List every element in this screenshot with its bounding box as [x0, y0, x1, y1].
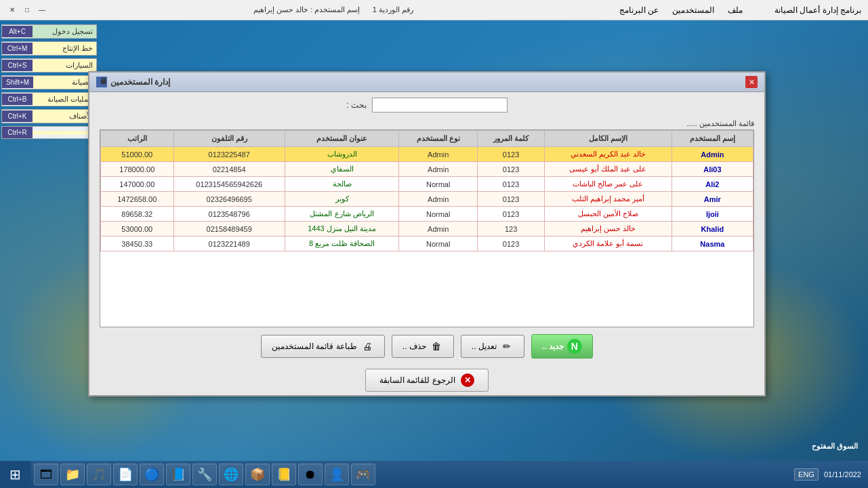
delete-button-label: حذف ..: [402, 342, 426, 351]
taskbar-app-notes[interactable]: 📒: [272, 464, 296, 485]
table-cell: على عمر صالح الباشات: [544, 177, 671, 192]
taskbar-app-package[interactable]: 📦: [245, 464, 270, 485]
edit-icon: ✏: [500, 340, 514, 353]
user-name: خالد حسن إبراهيم: [253, 5, 308, 14]
taskbar-app-user[interactable]: 👤: [325, 464, 349, 485]
taskbar-app-code[interactable]: 📘: [166, 464, 190, 485]
back-button[interactable]: ✕ الرجوع للقائمة السابقة: [365, 369, 489, 392]
search-area: بحث :: [89, 92, 764, 118]
menu-file[interactable]: ملف: [728, 5, 743, 15]
start-button[interactable]: ⊞: [0, 461, 30, 488]
new-button[interactable]: N جديد ..: [531, 334, 593, 359]
shortcut-maintenance-ops-key: Ctrl+B: [2, 94, 33, 105]
taskbar: ⊞ 🗔 📁 🎵 📄 🔵 📘 🔧 🌐 📦 📒 ⏺ 👤 🎮 ENG 01/11/20…: [0, 461, 868, 488]
table-row[interactable]: Amirأمير محمد إبراهيم التلب0123Adminكوبر…: [101, 192, 753, 207]
table-cell: Ijoii: [671, 207, 753, 222]
col-salary: الراتب: [101, 131, 174, 147]
table-cell: 02158489459: [173, 222, 285, 237]
shortcut-cars-key: Ctrl+S: [2, 60, 33, 71]
table-cell: Normal: [399, 237, 478, 251]
table-cell: 53000.00: [101, 222, 174, 237]
dialog-close-button[interactable]: ✕: [745, 76, 758, 88]
shortcut-items-key: Ctrl+K: [2, 110, 33, 122]
taskbar-date: 01/11/2022: [824, 470, 861, 479]
taskbar-app-word[interactable]: 📄: [113, 464, 138, 485]
table-cell: 0123: [478, 162, 545, 177]
shortcut-maintenance-label: الصيانة: [33, 76, 96, 89]
taskbar-app-game[interactable]: 🎮: [351, 464, 375, 485]
shortcut-items[interactable]: الأصناف Ctrl+K: [1, 109, 97, 123]
taskbar-app-record[interactable]: ⏺: [298, 464, 323, 485]
order-label: رقم الوردية: [379, 5, 413, 14]
table-cell: 0123221489: [173, 237, 285, 251]
window-close-button[interactable]: ✕: [7, 5, 18, 16]
taskbar-right: ENG 01/11/2022: [787, 468, 868, 481]
table-cell: 123: [478, 222, 545, 237]
table-cell: مدينة النيل منزل 1443: [285, 222, 398, 237]
taskbar-app-media[interactable]: 🎵: [87, 464, 111, 485]
taskbar-app-chrome[interactable]: 🌐: [219, 464, 243, 485]
taskbar-app-browser[interactable]: 🗔: [34, 464, 58, 485]
window-maximize-button[interactable]: □: [22, 5, 33, 16]
menu-users[interactable]: المستخدمين: [672, 5, 714, 15]
col-password: كلمة المرور: [478, 131, 545, 147]
back-button-label: الرجوع للقائمة السابقة: [379, 375, 455, 385]
table-cell: 51000.00: [101, 147, 174, 162]
table-row[interactable]: Nasmaنسمة أبو علامة الكردي0123Normalالصح…: [101, 237, 753, 251]
menu-about[interactable]: عن البرنامج: [619, 5, 659, 15]
table-cell: 147000.00: [101, 177, 174, 192]
table-cell: على عبد الملك أبو عيسى: [544, 162, 671, 177]
top-menu-items: عن البرنامج المستخدمين ملف برنامج إدارة …: [619, 5, 861, 15]
table-cell: Ali03: [671, 162, 753, 177]
users-table-container[interactable]: إسم المستخدم الإسم الكامل كلمة المرور نو…: [100, 129, 754, 327]
shortcut-extra[interactable]: Ctrl+R: [1, 126, 97, 139]
table-cell: Khalid: [671, 222, 753, 237]
dialog-title-icon: 🖥: [96, 77, 107, 87]
table-cell: 02214854: [173, 162, 285, 177]
shortcut-maintenance[interactable]: الصيانة Shift+M: [1, 75, 97, 89]
users-table: إسم المستخدم الإسم الكامل كلمة المرور نو…: [100, 130, 753, 251]
edit-button[interactable]: ✏ تعديل ..: [461, 335, 524, 358]
table-row[interactable]: Adminخالد عبد الكريم السعدني0123Adminالد…: [101, 147, 753, 162]
table-row[interactable]: Ali03على عبد الملك أبو عيسى0123Adminالسف…: [101, 162, 753, 177]
shortcut-production-key: Ctrl+M: [2, 43, 33, 54]
table-cell: الصحافة ظلت مربع 8: [285, 237, 398, 251]
shortcut-login[interactable]: تسجيل دخول Alt+C: [1, 24, 97, 39]
table-cell: الدروشاب: [285, 147, 398, 162]
shortcut-cars-label: السيارات: [33, 59, 96, 72]
table-row[interactable]: Ali2على عمر صالح الباشات0123Normalصالحة0…: [101, 177, 753, 192]
shortcut-cars[interactable]: السيارات Ctrl+S: [1, 58, 97, 73]
table-cell: 1472658.00: [101, 192, 174, 207]
table-cell: Normal: [399, 207, 478, 222]
shortcut-maintenance-key: Shift+M: [2, 77, 33, 88]
table-row[interactable]: Khalidخالد حسن إبراهيم123Adminمدينة الني…: [101, 222, 753, 237]
table-cell: 0123: [478, 177, 545, 192]
back-area: ✕ الرجوع للقائمة السابقة: [89, 365, 764, 395]
users-table-body: Adminخالد عبد الكريم السعدني0123Adminالد…: [101, 147, 753, 251]
taskbar-apps: 🗔 📁 🎵 📄 🔵 📘 🔧 🌐 📦 📒 ⏺ 👤 🎮: [30, 464, 787, 485]
shortcut-extra-label: [33, 131, 96, 135]
shortcut-production[interactable]: خط الإنتاج Ctrl+M: [1, 41, 97, 56]
delete-button[interactable]: 🗑 حذف ..: [392, 335, 454, 358]
buttons-area: N جديد .. ✏ تعديل .. 🗑 حذف .. 🖨 طباعة قا…: [89, 327, 764, 365]
taskbar-app-tool[interactable]: 🔧: [192, 464, 217, 485]
taskbar-app-blue[interactable]: 🔵: [140, 464, 164, 485]
search-input[interactable]: [372, 98, 508, 113]
new-button-label: جديد ..: [542, 342, 564, 351]
table-cell: 178000.00: [101, 162, 174, 177]
table-cell: Admin: [399, 147, 478, 162]
window-minimize-button[interactable]: —: [37, 5, 47, 16]
shortcut-production-label: خط الإنتاج: [33, 42, 96, 55]
table-cell: Admin: [399, 222, 478, 237]
table-row[interactable]: Ijoiiصلاح الأمين الجبسل0123Normalالرياض …: [101, 207, 753, 222]
shortcut-bar: تسجيل دخول Alt+C خط الإنتاج Ctrl+M السيا…: [0, 20, 98, 143]
shortcut-login-label: تسجيل دخول: [33, 25, 96, 38]
taskbar-app-explorer[interactable]: 📁: [60, 464, 85, 485]
print-button[interactable]: 🖨 طباعة قائمة المستخدمين: [261, 335, 385, 358]
dialog-title-text: إدارة المستخدمين: [110, 77, 170, 87]
shortcut-maintenance-ops[interactable]: عمليات الصيانة Ctrl+B: [1, 92, 97, 106]
table-cell: 0123: [478, 207, 545, 222]
table-cell: خالد حسن إبراهيم: [544, 222, 671, 237]
opensooq-logo: السوق المفتوح: [812, 442, 858, 451]
table-cell: خالد عبد الكريم السعدني: [544, 147, 671, 162]
